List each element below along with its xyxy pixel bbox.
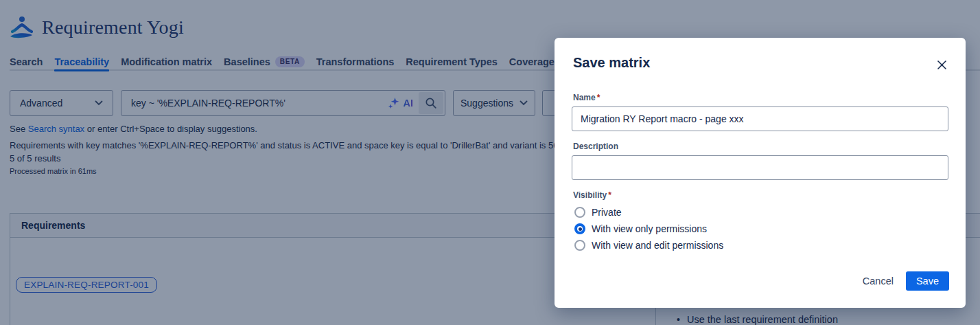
visibility-label: Visibility* [573,190,611,200]
radio-icon[interactable] [574,240,585,251]
save-matrix-modal: Save matrix Name* Description Visibility… [555,38,966,308]
visibility-radio-group: Private With view only permissions With … [574,204,723,254]
required-marker: * [608,190,611,200]
radio-option-private[interactable]: Private [574,204,723,221]
radio-icon[interactable] [574,207,585,218]
page: Requirement Yogi Search Traceability Mod… [0,0,980,325]
radio-option-view-only[interactable]: With view only permissions [574,221,723,237]
close-icon[interactable] [933,56,950,74]
modal-footer: Cancel Save [854,271,949,291]
description-field[interactable] [572,155,948,180]
radio-icon[interactable] [574,223,585,234]
required-marker: * [597,93,600,102]
cancel-button[interactable]: Cancel [854,271,902,291]
radio-option-view-edit[interactable]: With view and edit permissions [574,237,723,254]
name-label: Name* [573,93,600,102]
modal-title: Save matrix [573,55,650,71]
description-label: Description [573,142,618,151]
name-field[interactable] [572,107,948,131]
save-button[interactable]: Save [906,271,949,291]
